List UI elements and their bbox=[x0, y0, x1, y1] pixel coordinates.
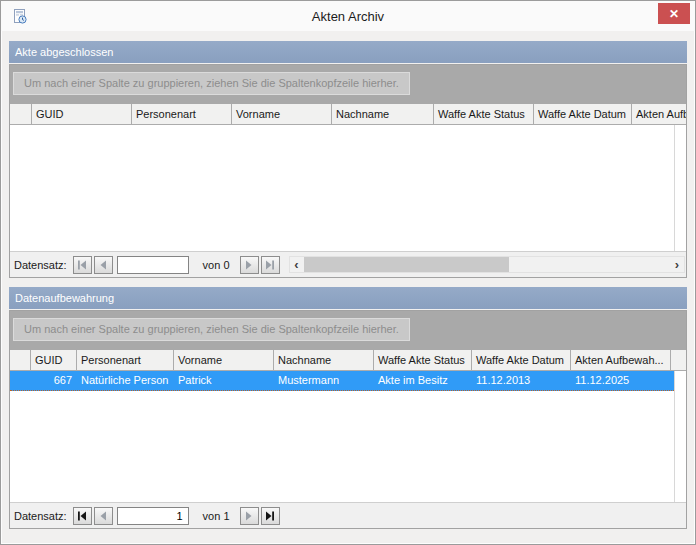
scroll-left-icon[interactable]: ‹ bbox=[290, 257, 304, 272]
nav-last-button[interactable] bbox=[261, 256, 280, 274]
table-row-selected[interactable]: 667 Natürliche Person Patrick Mustermann… bbox=[10, 371, 674, 391]
archive-document-icon bbox=[11, 8, 28, 25]
nav-prev-button[interactable] bbox=[94, 507, 113, 525]
record-navigator-1: Datensatz: von 0 ‹ bbox=[10, 251, 686, 277]
record-count-label: von 0 bbox=[203, 259, 230, 271]
column-header-vorname[interactable]: Vorname bbox=[232, 104, 332, 125]
group-by-panel-1[interactable]: Um nach einer Spalte zu gruppieren, zieh… bbox=[10, 65, 686, 104]
row-indicator-header bbox=[10, 350, 31, 371]
nav-next-button[interactable] bbox=[240, 256, 259, 274]
column-header-personenart[interactable]: Personenart bbox=[77, 350, 174, 371]
column-header-waffe-akte-status[interactable]: Waffe Akte Status bbox=[374, 350, 472, 371]
close-icon: ✕ bbox=[669, 7, 679, 21]
close-button[interactable]: ✕ bbox=[658, 3, 690, 24]
data-area-1 bbox=[10, 125, 686, 251]
record-navigator-label: Datensatz: bbox=[14, 510, 67, 522]
row-indicator-header bbox=[10, 104, 32, 125]
record-number-input[interactable] bbox=[117, 256, 189, 274]
vertical-scrollbar-strip-2[interactable] bbox=[674, 371, 686, 502]
column-header-waffe-akte-status[interactable]: Waffe Akte Status bbox=[434, 104, 534, 125]
column-headers-2: GUID Personenart Vorname Nachname Waffe … bbox=[10, 350, 686, 371]
column-headers-1: GUID Personenart Vorname Nachname Waffe … bbox=[10, 104, 686, 125]
horizontal-scrollbar[interactable]: ‹ › bbox=[289, 256, 685, 273]
titlebar: Akten Archiv ✕ bbox=[1, 1, 695, 31]
grid-akte-abgeschlossen: Um nach einer Spalte zu gruppieren, zieh… bbox=[9, 64, 687, 278]
grid-datenaufbewahrung: Um nach einer Spalte zu gruppieren, zieh… bbox=[9, 310, 687, 529]
group-by-hint-1: Um nach einer Spalte zu gruppieren, zieh… bbox=[13, 72, 410, 95]
scroll-right-icon[interactable]: › bbox=[670, 257, 684, 272]
nav-last-button[interactable] bbox=[261, 507, 280, 525]
column-header-guid[interactable]: GUID bbox=[31, 350, 77, 371]
panel-header-akte-abgeschlossen: Akte abgeschlossen bbox=[9, 41, 687, 63]
cell-akten-aufbewahrung: 11.12.2025 bbox=[571, 371, 671, 390]
cell-waffe-akte-datum: 11.12.2013 bbox=[472, 371, 571, 390]
nav-next-button[interactable] bbox=[240, 507, 259, 525]
nav-first-button[interactable] bbox=[73, 256, 92, 274]
cell-waffe-akte-status: Akte im Besitz bbox=[374, 371, 472, 390]
column-header-guid[interactable]: GUID bbox=[32, 104, 132, 125]
rows-region: 667 Natürliche Person Patrick Mustermann… bbox=[10, 371, 674, 502]
cell-nachname: Mustermann bbox=[274, 371, 374, 390]
column-header-akten-aufbewahrung[interactable]: Akten Aufbewah... bbox=[571, 350, 671, 371]
column-header-nachname[interactable]: Nachname bbox=[332, 104, 434, 125]
nav-prev-button[interactable] bbox=[94, 256, 113, 274]
cell-personenart: Natürliche Person bbox=[77, 371, 174, 390]
column-header-filler bbox=[671, 350, 686, 371]
dialog-content: Akte abgeschlossen Um nach einer Spalte … bbox=[1, 41, 695, 529]
record-number-input[interactable] bbox=[117, 507, 189, 525]
panel-header-datenaufbewahrung: Datenaufbewahrung bbox=[9, 287, 687, 309]
empty-rows-region bbox=[10, 125, 674, 251]
column-header-personenart[interactable]: Personenart bbox=[132, 104, 232, 125]
column-header-waffe-akte-datum[interactable]: Waffe Akte Datum bbox=[534, 104, 632, 125]
column-header-akten-aufbewahrung[interactable]: Akten Aufb bbox=[632, 104, 686, 125]
record-navigator-label: Datensatz: bbox=[14, 259, 67, 271]
cell-vorname: Patrick bbox=[174, 371, 274, 390]
scrollbar-thumb[interactable] bbox=[304, 257, 509, 272]
group-by-hint-2: Um nach einer Spalte zu gruppieren, zieh… bbox=[13, 318, 410, 341]
data-area-2: 667 Natürliche Person Patrick Mustermann… bbox=[10, 371, 686, 502]
column-header-nachname[interactable]: Nachname bbox=[274, 350, 374, 371]
group-by-panel-2[interactable]: Um nach einer Spalte zu gruppieren, zieh… bbox=[10, 311, 686, 350]
column-header-waffe-akte-datum[interactable]: Waffe Akte Datum bbox=[472, 350, 571, 371]
akten-archiv-window: Akten Archiv ✕ Akte abgeschlossen Um nac… bbox=[0, 0, 696, 545]
scrollbar-track[interactable] bbox=[304, 257, 670, 272]
row-indicator-cell bbox=[10, 371, 31, 390]
vertical-scrollbar-strip-1[interactable] bbox=[674, 125, 686, 251]
window-title: Akten Archiv bbox=[312, 9, 384, 24]
record-count-label: von 1 bbox=[203, 510, 230, 522]
nav-first-button[interactable] bbox=[73, 507, 92, 525]
cell-guid: 667 bbox=[31, 371, 77, 390]
record-navigator-2: Datensatz: von 1 bbox=[10, 502, 686, 528]
column-header-vorname[interactable]: Vorname bbox=[174, 350, 274, 371]
